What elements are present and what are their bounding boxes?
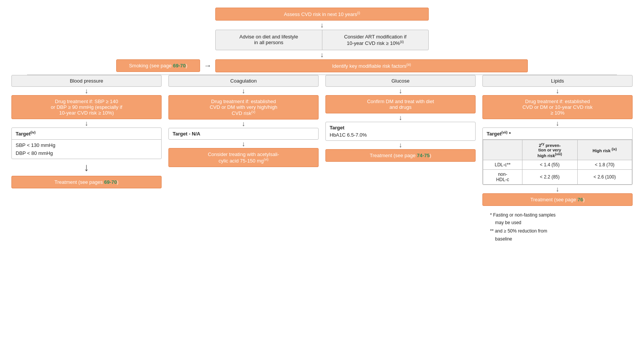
smoking-page: 69-70 bbox=[173, 63, 186, 68]
lipids-header-label: Lipids bbox=[551, 78, 564, 84]
lipids-header: Lipids bbox=[482, 75, 633, 87]
coag-arrow-1: ↓ bbox=[242, 88, 245, 94]
glucose-treatment-box: Treatment (see page 74-75) bbox=[325, 149, 476, 162]
bp-header: Blood pressure bbox=[11, 75, 162, 87]
col-lipids: Lipids ↓ Drug treatment if: establishedC… bbox=[482, 75, 633, 244]
lipids-ldl-label: LDL-c** bbox=[483, 160, 522, 169]
bp-arrow-1: ↓ bbox=[85, 88, 88, 94]
glucose-treatment-label: Treatment (see page 74-75) bbox=[370, 153, 431, 158]
glucose-drug-box: Confirm DM and treat with dietand drugs bbox=[325, 95, 476, 113]
advise-diet-box: Advise on diet and lifestylein all perso… bbox=[216, 30, 322, 49]
lipids-row-nonhdl: non-HDL-c < 2.2 (85) < 2.6 (100) bbox=[483, 169, 632, 184]
col-coagulation: Coagulation ↓ Drug treatment if: establi… bbox=[168, 75, 319, 167]
coag-drug-label: Drug treatment if: establishedCVD or DM … bbox=[210, 99, 277, 116]
glucose-header: Glucose bbox=[325, 75, 476, 87]
lipids-target-box: Target(vii) * 2ry preven-tion or veryhig… bbox=[482, 127, 633, 185]
lipids-nonhdl-val1: < 2.2 (85) bbox=[522, 169, 577, 184]
smoking-row: Smoking (see page 69-70) → Identify key … bbox=[11, 59, 633, 72]
flowchart: Assess CVD risk in next 10 years(i) ↓ Ad… bbox=[11, 8, 633, 244]
lipids-treatment-box: Treatment (see page 76) bbox=[482, 193, 633, 206]
coag-arrow-2: ↓ bbox=[242, 120, 245, 127]
coag-consider-box: Consider treating with acetylsali-cylic … bbox=[168, 148, 319, 167]
advise-row: Advise on diet and lifestylein all perso… bbox=[215, 30, 429, 50]
bp-header-label: Blood pressure bbox=[70, 78, 103, 84]
coag-consider-label: Consider treating with acetylsali-cylic … bbox=[208, 151, 279, 163]
coag-header-label: Coagulation bbox=[230, 78, 256, 84]
coag-target-box: Target - N/A bbox=[168, 128, 319, 140]
arrow-down-2: ↓ bbox=[320, 51, 324, 58]
assess-box: Assess CVD risk in next 10 years(i) bbox=[215, 8, 429, 21]
advise-art-label: Consider ART modification if10-year CVD … bbox=[344, 34, 407, 46]
lipids-arrow-2: ↓ bbox=[556, 120, 559, 127]
smoking-box: Smoking (see page 69-70) bbox=[116, 59, 200, 72]
bp-drug-box: Drug treatment if: SBP ≥ 140or DBP ≥ 90 … bbox=[11, 95, 162, 119]
lipids-arrow-3: ↓ bbox=[556, 186, 559, 193]
lipids-drug-box: Drug treatment if: establishedCVD or DM … bbox=[482, 95, 633, 119]
glucose-header-label: Glucose bbox=[391, 78, 410, 84]
footnotes: * Fasting or non-fasting samples may be … bbox=[482, 211, 633, 244]
lipids-treatment-label: Treatment (see page 76) bbox=[530, 197, 585, 202]
coag-arrow-3: ↓ bbox=[242, 140, 245, 147]
arrow-down-1: ↓ bbox=[320, 22, 324, 29]
smoking-label: Smoking (see page 69-70) bbox=[129, 63, 187, 68]
bp-target-label: Target(iv) bbox=[16, 131, 35, 137]
arrow-right-smoking: → bbox=[204, 61, 211, 70]
bp-target-sbp: SBP < 130 mmHg bbox=[16, 142, 157, 148]
col-blood-pressure: Blood pressure ↓ Drug treatment if: SBP … bbox=[11, 75, 162, 188]
footnote-star: * Fasting or non-fasting samples may be … bbox=[490, 211, 633, 227]
bp-arrow-2: ↓ bbox=[85, 120, 88, 127]
top-section: Assess CVD risk in next 10 years(i) ↓ Ad… bbox=[11, 8, 633, 74]
lipids-th-high: High risk (ix) bbox=[577, 140, 632, 160]
lipids-th-2ry: 2ry preven-tion or veryhigh risk(viii) bbox=[522, 140, 577, 160]
glucose-target-box: Target HbA1C 6.5-7.0% bbox=[325, 122, 476, 141]
bp-target-box: Target(iv) SBP < 130 mmHg DBP < 80 mmHg bbox=[11, 127, 162, 159]
lipids-th-empty bbox=[483, 140, 522, 160]
lipids-drug-label: Drug treatment if: establishedCVD or DM … bbox=[522, 99, 593, 116]
lipids-ldl-val1: < 1.4 (55) bbox=[522, 160, 577, 169]
advise-diet-label: Advise on diet and lifestylein all perso… bbox=[239, 34, 298, 45]
identify-box: Identify key modifiable risk factors(iii… bbox=[215, 59, 528, 72]
assess-super: (i) bbox=[357, 11, 360, 15]
bp-arrow-3: ↓ bbox=[84, 162, 89, 173]
bp-treatment-label: Treatment (see pages 69-70) bbox=[54, 179, 119, 185]
glucose-arrow-2: ↓ bbox=[399, 114, 402, 121]
lipids-nonhdl-label: non-HDL-c bbox=[483, 169, 522, 184]
coag-drug-box: Drug treatment if: establishedCVD or DM … bbox=[168, 95, 319, 119]
assess-label: Assess CVD risk in next 10 years bbox=[284, 11, 357, 17]
col-glucose: Glucose ↓ Confirm DM and treat with diet… bbox=[325, 75, 476, 162]
footnote-double-star: ** and ≥ 50% reduction from baseline bbox=[490, 227, 633, 243]
lipids-arrow-1: ↓ bbox=[556, 88, 559, 94]
bp-target-dbp: DBP < 80 mmHg bbox=[16, 150, 157, 156]
lipids-target-label: Target(vii) * bbox=[487, 131, 511, 137]
coag-target-label: Target - N/A bbox=[173, 131, 200, 137]
lipids-row-ldl: LDL-c** < 1.4 (55) < 1.8 (70) bbox=[483, 160, 632, 169]
lipids-table: 2ry preven-tion or veryhigh risk(viii) H… bbox=[483, 140, 632, 184]
lipids-nonhdl-val2: < 2.6 (100) bbox=[577, 169, 632, 184]
coag-header: Coagulation bbox=[168, 75, 319, 87]
lipids-ldl-val2: < 1.8 (70) bbox=[577, 160, 632, 169]
glucose-target-detail: HbA1C 6.5-7.0% bbox=[330, 132, 471, 138]
bp-drug-label: Drug treatment if: SBP ≥ 140or DBP ≥ 90 … bbox=[51, 99, 122, 116]
glucose-drug-label: Confirm DM and treat with dietand drugs bbox=[367, 99, 434, 110]
advise-art-box: Consider ART modification if10-year CVD … bbox=[322, 30, 429, 49]
glucose-target-label: Target bbox=[330, 125, 471, 131]
four-columns: Blood pressure ↓ Drug treatment if: SBP … bbox=[11, 75, 633, 244]
identify-label: Identify key modifiable risk factors(iii… bbox=[332, 63, 411, 69]
glucose-arrow-3: ↓ bbox=[399, 142, 402, 148]
glucose-arrow-1: ↓ bbox=[399, 88, 402, 94]
bp-treatment-box: Treatment (see pages 69-70) bbox=[11, 176, 162, 188]
